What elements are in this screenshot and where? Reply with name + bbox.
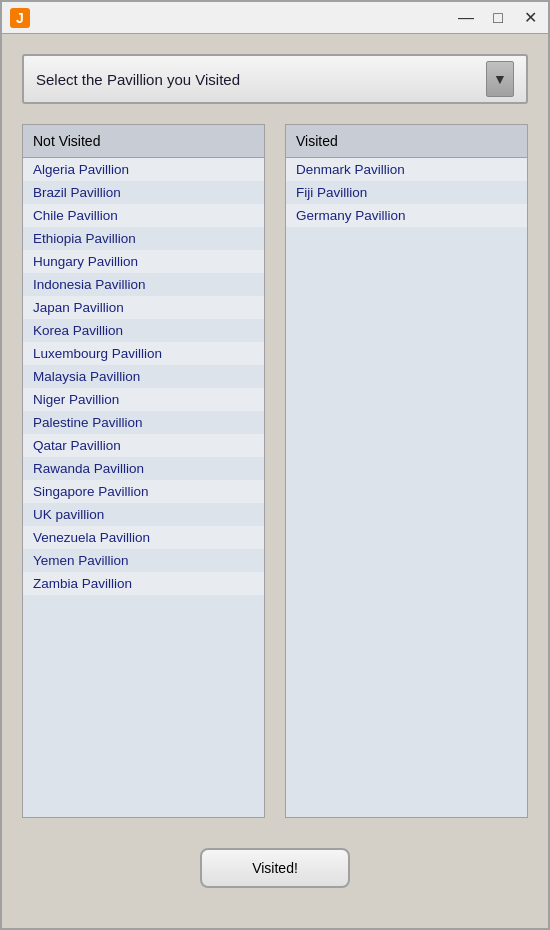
not-visited-panel: Not Visited Algeria PavillionBrazil Pavi…: [22, 124, 265, 818]
dropdown-label: Select the Pavillion you Visited: [36, 71, 240, 88]
list-item[interactable]: Qatar Pavillion: [23, 434, 264, 457]
visited-header: Visited: [286, 125, 527, 158]
dropdown-arrow-icon: ▼: [486, 61, 514, 97]
list-item[interactable]: Zambia Pavillion: [23, 572, 264, 595]
not-visited-list[interactable]: Algeria PavillionBrazil PavillionChile P…: [23, 158, 264, 817]
title-bar: J — □ ✕: [2, 2, 548, 34]
list-item[interactable]: Brazil Pavillion: [23, 181, 264, 204]
list-item[interactable]: UK pavillion: [23, 503, 264, 526]
list-item[interactable]: Yemen Pavillion: [23, 549, 264, 572]
content-area: Select the Pavillion you Visited ▼ Not V…: [2, 34, 548, 928]
not-visited-header: Not Visited: [23, 125, 264, 158]
minimize-button[interactable]: —: [456, 8, 476, 28]
visited-panel: Visited Denmark PavillionFiji PavillionG…: [285, 124, 528, 818]
list-item[interactable]: Denmark Pavillion: [286, 158, 527, 181]
lists-container: Not Visited Algeria PavillionBrazil Pavi…: [22, 124, 528, 818]
list-item[interactable]: Fiji Pavillion: [286, 181, 527, 204]
list-item[interactable]: Singapore Pavillion: [23, 480, 264, 503]
list-item[interactable]: Korea Pavillion: [23, 319, 264, 342]
pavillion-dropdown[interactable]: Select the Pavillion you Visited ▼: [22, 54, 528, 104]
list-item[interactable]: Chile Pavillion: [23, 204, 264, 227]
list-item[interactable]: Venezuela Pavillion: [23, 526, 264, 549]
maximize-button[interactable]: □: [488, 8, 508, 28]
list-item[interactable]: Palestine Pavillion: [23, 411, 264, 434]
visited-button[interactable]: Visited!: [200, 848, 350, 888]
list-item[interactable]: Germany Pavillion: [286, 204, 527, 227]
list-item[interactable]: Luxembourg Pavillion: [23, 342, 264, 365]
dropdown-container: Select the Pavillion you Visited ▼: [22, 54, 528, 104]
button-area: Visited!: [22, 838, 528, 908]
title-bar-controls: — □ ✕: [456, 8, 540, 28]
list-item[interactable]: Malaysia Pavillion: [23, 365, 264, 388]
title-bar-left: J: [10, 8, 30, 28]
list-item[interactable]: Japan Pavillion: [23, 296, 264, 319]
list-item[interactable]: Indonesia Pavillion: [23, 273, 264, 296]
list-item[interactable]: Algeria Pavillion: [23, 158, 264, 181]
list-item[interactable]: Hungary Pavillion: [23, 250, 264, 273]
list-item[interactable]: Niger Pavillion: [23, 388, 264, 411]
main-window: J — □ ✕ Select the Pavillion you Visited…: [0, 0, 550, 930]
close-button[interactable]: ✕: [520, 8, 540, 28]
visited-list[interactable]: Denmark PavillionFiji PavillionGermany P…: [286, 158, 527, 817]
java-icon: J: [10, 8, 30, 28]
list-item[interactable]: Ethiopia Pavillion: [23, 227, 264, 250]
list-item[interactable]: Rawanda Pavillion: [23, 457, 264, 480]
